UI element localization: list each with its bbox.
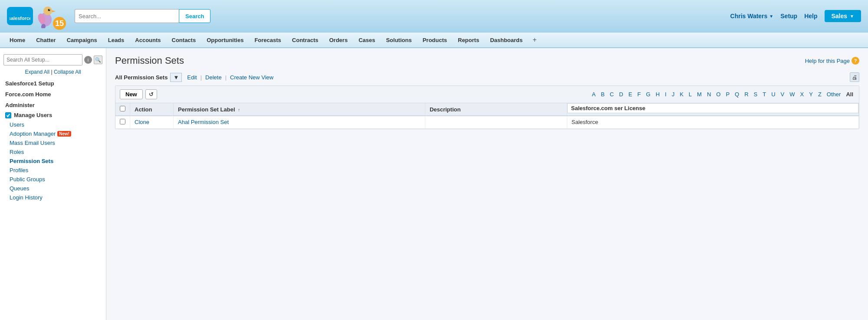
nav-bar: Home Chatter Campaigns Leads Accounts Co…: [0, 33, 868, 48]
sidebar-item-queues[interactable]: Queues: [0, 184, 106, 193]
alpha-other[interactable]: Other: [825, 91, 842, 98]
sidebar-search-icon[interactable]: 🔍: [94, 56, 102, 64]
alpha-q[interactable]: Q: [733, 91, 740, 98]
alpha-y[interactable]: Y: [808, 91, 814, 98]
help-this-page-link[interactable]: Help for this Page ?: [805, 57, 859, 65]
row-checkbox[interactable]: [120, 119, 125, 124]
alpha-t[interactable]: T: [761, 91, 767, 98]
nav-more-button[interactable]: +: [528, 36, 541, 44]
nav-item-contacts[interactable]: Contacts: [167, 32, 202, 48]
mascot-area: 15: [35, 4, 66, 28]
salesforce-logo[interactable]: salesforce: [7, 7, 33, 25]
sidebar-info-icon[interactable]: i: [84, 56, 92, 64]
sidebar-search-row: i 🔍: [0, 52, 106, 68]
alpha-p[interactable]: P: [724, 91, 731, 98]
alpha-v[interactable]: V: [779, 91, 786, 98]
header-right: Chris Waters ▼ Setup Help Sales ▼: [730, 10, 861, 22]
view-select-dropdown[interactable]: ▼: [170, 73, 182, 82]
nav-item-campaigns[interactable]: Campaigns: [62, 32, 103, 48]
nav-item-forecasts[interactable]: Forecasts: [249, 32, 286, 48]
clone-link[interactable]: Clone: [135, 119, 149, 125]
nav-item-home[interactable]: Home: [4, 32, 31, 48]
expand-all-link[interactable]: Expand All: [25, 69, 49, 75]
alpha-all[interactable]: All: [845, 91, 855, 98]
col-header-label[interactable]: Permission Set Label ↑: [174, 103, 425, 116]
nav-item-accounts[interactable]: Accounts: [130, 32, 166, 48]
nav-item-orders[interactable]: Orders: [324, 32, 353, 48]
new-badge: New!: [57, 131, 71, 137]
alpha-h[interactable]: H: [654, 91, 661, 98]
select-all-checkbox[interactable]: [120, 106, 125, 111]
nav-item-chatter[interactable]: Chatter: [31, 32, 62, 48]
setup-link[interactable]: Setup: [780, 13, 797, 20]
nav-item-products[interactable]: Products: [418, 32, 453, 48]
alpha-l[interactable]: L: [687, 91, 693, 98]
forcecom-home-title[interactable]: Force.com Home: [0, 88, 106, 99]
col-header-license: Salesforce.com ser License: [567, 103, 858, 116]
col-header-checkbox: [115, 103, 130, 116]
page-title: Permission Sets: [115, 55, 184, 66]
sidebar-item-profiles[interactable]: Profiles: [0, 166, 106, 175]
alpha-c[interactable]: C: [608, 91, 615, 98]
alpha-j[interactable]: J: [671, 91, 676, 98]
alpha-s[interactable]: S: [753, 91, 759, 98]
alpha-o[interactable]: O: [715, 91, 722, 98]
view-selector-row: All Permission Sets ▼ Edit | Delete | Cr…: [115, 72, 859, 82]
user-name-label: Chris Waters: [730, 13, 768, 20]
nav-item-leads[interactable]: Leads: [103, 32, 130, 48]
user-menu[interactable]: Chris Waters ▼: [730, 13, 774, 20]
nav-item-reports[interactable]: Reports: [453, 32, 485, 48]
create-new-view-link[interactable]: Create New View: [230, 74, 273, 81]
logo-area: salesforce 15: [7, 4, 66, 28]
sidebar-item-roles[interactable]: Roles: [0, 147, 106, 157]
app-dropdown-arrow: ▼: [850, 14, 854, 19]
sidebar-search-input[interactable]: [3, 54, 82, 65]
refresh-button[interactable]: ↺: [145, 89, 157, 99]
svg-point-7: [48, 9, 50, 11]
nav-item-solutions[interactable]: Solutions: [381, 32, 417, 48]
alpha-k[interactable]: K: [678, 91, 685, 98]
alpha-g[interactable]: G: [645, 91, 652, 98]
alpha-d[interactable]: D: [618, 91, 624, 98]
salesforce1-setup-title[interactable]: Salesforce1 Setup: [0, 78, 106, 88]
sidebar-item-public-groups[interactable]: Public Groups: [0, 175, 106, 184]
collapse-all-link[interactable]: Collapse All: [54, 69, 81, 75]
edit-view-link[interactable]: Edit: [187, 74, 197, 81]
nav-item-contracts[interactable]: Contracts: [287, 32, 324, 48]
search-input[interactable]: [75, 9, 179, 23]
alpha-a[interactable]: A: [591, 91, 597, 98]
delete-view-link[interactable]: Delete: [205, 74, 222, 81]
nav-item-dashboards[interactable]: Dashboards: [485, 32, 528, 48]
alpha-b[interactable]: B: [599, 91, 606, 98]
sidebar-item-adoption-manager[interactable]: Adoption Manager New!: [0, 129, 106, 138]
print-button[interactable]: 🖨: [850, 72, 859, 82]
row-label-cell: Ahal Permission Set: [174, 116, 425, 129]
alpha-i[interactable]: I: [664, 91, 668, 98]
help-this-page-label: Help for this Page: [805, 58, 850, 64]
alpha-e[interactable]: E: [627, 91, 634, 98]
alpha-r[interactable]: R: [743, 91, 750, 98]
help-link[interactable]: Help: [804, 13, 817, 20]
alpha-m[interactable]: M: [696, 91, 703, 98]
row-action-cell: Clone: [130, 116, 174, 129]
app-switcher[interactable]: Sales ▼: [825, 10, 861, 22]
sidebar: i 🔍 Expand All | Collapse All Salesforce…: [0, 48, 106, 320]
permission-set-label-link[interactable]: Ahal Permission Set: [178, 119, 229, 125]
row-checkbox-cell: [115, 116, 130, 129]
sidebar-item-users[interactable]: Users: [0, 120, 106, 129]
alpha-f[interactable]: F: [636, 91, 642, 98]
nav-item-cases[interactable]: Cases: [353, 32, 381, 48]
manage-users-header[interactable]: Manage Users: [0, 110, 106, 120]
nav-item-opportunities[interactable]: Opportunities: [201, 32, 249, 48]
alpha-n[interactable]: N: [706, 91, 712, 98]
new-button[interactable]: New: [120, 89, 143, 99]
alpha-z[interactable]: Z: [817, 91, 823, 98]
sidebar-item-permission-sets[interactable]: Permission Sets: [0, 157, 106, 166]
alpha-w[interactable]: W: [788, 91, 796, 98]
sidebar-item-mass-email-users[interactable]: Mass Email Users: [0, 138, 106, 147]
search-button[interactable]: Search: [179, 9, 210, 23]
alpha-x[interactable]: X: [799, 91, 806, 98]
sidebar-item-login-history[interactable]: Login History: [0, 193, 106, 202]
alpha-u[interactable]: U: [770, 91, 776, 98]
content-area: Permission Sets Help for this Page ? All…: [106, 48, 868, 320]
